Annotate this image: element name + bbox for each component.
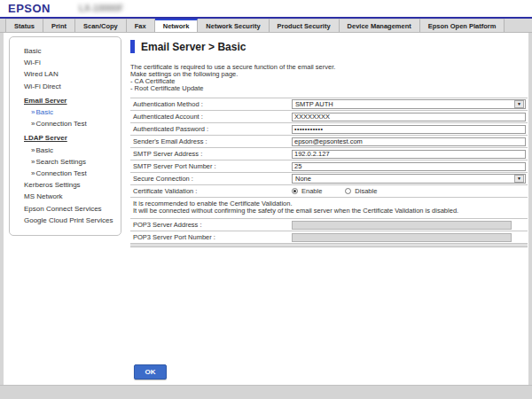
form-row-authenticated-password: Authenticated Password : xyxy=(130,123,528,136)
selected-value: SMTP AUTH xyxy=(295,100,333,108)
field-label: Authentication Method : xyxy=(130,100,290,108)
app-header: EPSON LX-10000F xyxy=(0,0,532,17)
form-row-sender-email: Sender's Email Address : xyxy=(130,136,528,148)
sidebar-item-ldap-search-settings[interactable]: Search Settings xyxy=(10,156,121,168)
sidebar-item-ldap-basic[interactable]: Basic xyxy=(10,145,121,156)
certificate-validation-disable-radio[interactable]: Disable xyxy=(345,187,377,195)
webconfig-window: EPSON LX-10000F Status Print Scan/Copy F… xyxy=(0,0,532,399)
form-row-certificate-validation: Certificate Validation : Enable Disable xyxy=(130,185,528,198)
field-label: Authenticated Password : xyxy=(130,125,290,133)
radio-button-icon[interactable] xyxy=(345,188,351,194)
chevron-down-icon[interactable]: ▼ xyxy=(514,175,524,183)
page-title-row: Email Server > Basic xyxy=(130,40,528,53)
description-line: - Root Certificate Update xyxy=(130,85,528,92)
certificate-validation-note: It is recommended to enable the Certific… xyxy=(130,198,528,219)
printer-model-name: LX-10000F xyxy=(79,4,123,13)
tab-fax[interactable]: Fax xyxy=(127,19,155,32)
sidebar-group-ldap-server[interactable]: LDAP Server xyxy=(10,132,121,144)
tab-status[interactable]: Status xyxy=(5,19,43,32)
form-row-authentication-method: Authentication Method : SMTP AUTH ▼ xyxy=(130,98,528,111)
form-row-authenticated-account: Authenticated Account : xyxy=(130,111,528,123)
epson-logo: EPSON xyxy=(8,2,51,15)
page-footer xyxy=(0,385,532,399)
field-label: Certificate Validation : xyxy=(130,187,290,195)
network-sidebar: Basic Wi-Fi Wired LAN Wi-Fi Direct Email… xyxy=(9,36,121,236)
secure-connection-select[interactable]: None ▼ xyxy=(292,174,526,184)
form-row-pop3-port: POP3 Server Port Number : xyxy=(130,231,528,244)
sidebar-item-ms-network[interactable]: MS Network xyxy=(10,191,121,202)
smtp-server-address-input[interactable] xyxy=(292,150,526,159)
authenticated-account-input[interactable] xyxy=(292,113,526,121)
sidebar-item-wifi-direct[interactable]: Wi-Fi Direct xyxy=(10,81,121,92)
title-accent-bar xyxy=(130,40,135,53)
field-label: Sender's Email Address : xyxy=(130,137,290,145)
sidebar-item-epson-connect-services[interactable]: Epson Connect Services xyxy=(10,202,121,214)
pop3-port-input xyxy=(292,233,512,242)
tab-scan-copy[interactable]: Scan/Copy xyxy=(75,19,127,32)
description-line: Make settings on the following page. xyxy=(130,71,528,78)
field-label: Secure Connection : xyxy=(130,175,290,183)
tab-print[interactable]: Print xyxy=(43,19,75,32)
authentication-method-select[interactable]: SMTP AUTH ▼ xyxy=(292,99,526,109)
tab-product-security[interactable]: Product Security xyxy=(270,19,340,32)
tab-network-security[interactable]: Network Security xyxy=(198,19,269,32)
field-label: SMTP Server Port Number : xyxy=(130,162,290,170)
sidebar-item-ldap-connection-test[interactable]: Connection Test xyxy=(10,168,121,179)
radio-label: Enable xyxy=(301,187,322,195)
page-description: The certificate is required to use a sec… xyxy=(130,64,528,92)
form-bottom-strip xyxy=(130,244,528,247)
form-row-smtp-port: SMTP Server Port Number : xyxy=(130,160,528,173)
page-title: Email Server > Basic xyxy=(141,41,246,53)
selected-value: None xyxy=(295,175,311,183)
field-label: POP3 Server Port Number : xyxy=(130,233,290,241)
tab-network[interactable]: Network xyxy=(155,19,199,32)
sidebar-item-kerberos-settings[interactable]: Kerberos Settings xyxy=(10,179,121,191)
sidebar-group-email-server[interactable]: Email Server xyxy=(10,95,121,106)
form-row-smtp-server-address: SMTP Server Address : xyxy=(130,148,528,160)
main-tab-bar: Status Print Scan/Copy Fax Network Netwo… xyxy=(0,19,532,33)
radio-label: Disable xyxy=(355,187,377,195)
authenticated-password-input[interactable] xyxy=(292,125,526,134)
sidebar-item-email-server-basic[interactable]: Basic xyxy=(10,106,121,118)
tab-epson-open-platform[interactable]: Epson Open Platform xyxy=(420,19,505,32)
sidebar-item-email-server-connection-test[interactable]: Connection Test xyxy=(10,118,121,129)
pop3-server-address-input xyxy=(292,221,512,230)
main-content: Email Server > Basic The certificate is … xyxy=(130,33,528,385)
sidebar-item-basic[interactable]: Basic xyxy=(10,45,121,57)
sidebar-item-wired-lan[interactable]: Wired LAN xyxy=(10,68,121,80)
field-label: SMTP Server Address : xyxy=(130,150,290,158)
field-label: POP3 Server Address : xyxy=(130,221,290,229)
ok-button[interactable]: OK xyxy=(134,364,167,379)
form-row-pop3-server-address: POP3 Server Address : xyxy=(130,219,528,231)
tab-device-management[interactable]: Device Management xyxy=(340,19,420,32)
note-line: It will be connected without confirming … xyxy=(133,207,526,215)
smtp-port-input[interactable] xyxy=(292,162,526,171)
page-body: Basic Wi-Fi Wired LAN Wi-Fi Direct Email… xyxy=(4,33,528,385)
radio-button-icon[interactable] xyxy=(292,188,298,194)
sidebar-item-wifi[interactable]: Wi-Fi xyxy=(10,57,121,68)
form-row-secure-connection: Secure Connection : None ▼ xyxy=(130,173,528,185)
sidebar-item-google-cloud-print-services[interactable]: Google Cloud Print Services xyxy=(10,215,121,226)
field-label: Authenticated Account : xyxy=(130,113,290,121)
certificate-validation-enable-radio[interactable]: Enable xyxy=(292,187,322,195)
sender-email-input[interactable] xyxy=(292,137,526,146)
email-server-form: Authentication Method : SMTP AUTH ▼ Auth… xyxy=(130,98,528,247)
chevron-down-icon[interactable]: ▼ xyxy=(514,100,524,108)
